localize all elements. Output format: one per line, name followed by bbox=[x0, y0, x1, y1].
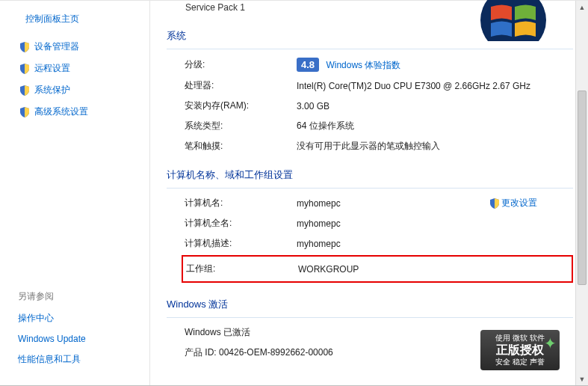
badge-line3: 安全 稳定 声誉 bbox=[483, 357, 557, 367]
scroll-thumb[interactable] bbox=[578, 91, 587, 285]
ram-value: 3.00 GB bbox=[297, 101, 573, 111]
rating-label: 分级: bbox=[185, 58, 297, 71]
workgroup-label: 工作组: bbox=[186, 263, 298, 275]
action-center-link[interactable]: 操作中心 bbox=[18, 307, 149, 329]
main-content: Service Pack 1 系统 分级: 4.8 Windows 体验指数 处… bbox=[149, 1, 588, 385]
sidebar-link-device-manager[interactable]: 设备管理器 bbox=[7, 36, 149, 58]
windows-logo-icon bbox=[468, 0, 558, 41]
full-computer-name-value: myhomepc bbox=[297, 218, 573, 229]
computer-description-value: myhomepc bbox=[297, 239, 573, 249]
sidebar: 控制面板主页 设备管理器 远程设置 系统保护 bbox=[0, 1, 149, 385]
ram-label: 安装内存(RAM): bbox=[185, 99, 297, 112]
svg-point-0 bbox=[480, 0, 546, 41]
system-type-value: 64 位操作系统 bbox=[297, 120, 573, 132]
vertical-scrollbar[interactable]: ▲ ▼ bbox=[575, 1, 588, 385]
sidebar-item-label: 设备管理器 bbox=[34, 40, 79, 53]
shield-icon bbox=[19, 85, 30, 96]
pen-touch-label: 笔和触摸: bbox=[185, 140, 297, 153]
scroll-up-button[interactable]: ▲ bbox=[576, 1, 588, 13]
performance-info-link[interactable]: 性能信息和工具 bbox=[18, 349, 149, 370]
pen-touch-value: 没有可用于此显示器的笔或触控输入 bbox=[297, 140, 573, 153]
rating-badge: 4.8 bbox=[297, 58, 319, 72]
see-also-label: 另请参阅 bbox=[18, 286, 149, 307]
section-header-computer: 计算机名称、域和工作组设置 bbox=[167, 156, 573, 189]
sidebar-link-remote-settings[interactable]: 远程设置 bbox=[7, 58, 149, 79]
change-settings-label: 更改设置 bbox=[501, 197, 537, 209]
computer-description-label: 计算机描述: bbox=[185, 237, 297, 250]
activation-status: Windows 已激活 bbox=[185, 326, 250, 339]
scroll-down-button[interactable]: ▼ bbox=[576, 373, 588, 385]
product-id: 产品 ID: 00426-OEM-8992662-00006 bbox=[185, 346, 333, 359]
processor-label: 处理器: bbox=[185, 79, 297, 92]
shield-icon bbox=[489, 198, 500, 209]
section-header-activation: Windows 激活 bbox=[167, 286, 573, 318]
sidebar-link-advanced-settings[interactable]: 高级系统设置 bbox=[7, 101, 149, 123]
experience-index-link[interactable]: Windows 体验指数 bbox=[326, 60, 400, 70]
control-panel-home-link[interactable]: 控制面板主页 bbox=[7, 7, 149, 36]
star-icon: ✦ bbox=[544, 334, 557, 352]
sidebar-item-label: 高级系统设置 bbox=[34, 105, 88, 118]
windows-update-link[interactable]: Windows Update bbox=[18, 329, 149, 349]
change-settings-link[interactable]: 更改设置 bbox=[489, 197, 537, 209]
workgroup-highlight-box: 工作组: WORKGROUP bbox=[182, 255, 573, 283]
sidebar-link-system-protection[interactable]: 系统保护 bbox=[7, 79, 149, 101]
full-computer-name-label: 计算机全名: bbox=[185, 217, 297, 230]
system-type-label: 系统类型: bbox=[185, 120, 297, 132]
genuine-software-badge[interactable]: ✦ 使用 微软 软件 正版授权 安全 稳定 声誉 bbox=[480, 330, 560, 370]
processor-value: Intel(R) Core(TM)2 Duo CPU E7300 @ 2.66G… bbox=[297, 81, 573, 91]
computer-name-label: 计算机名: bbox=[185, 197, 297, 209]
shield-icon bbox=[19, 42, 30, 52]
sidebar-item-label: 系统保护 bbox=[34, 84, 70, 96]
workgroup-value: WORKGROUP bbox=[298, 264, 569, 275]
shield-icon bbox=[19, 64, 30, 74]
sidebar-item-label: 远程设置 bbox=[34, 62, 70, 75]
shield-icon bbox=[19, 107, 30, 117]
